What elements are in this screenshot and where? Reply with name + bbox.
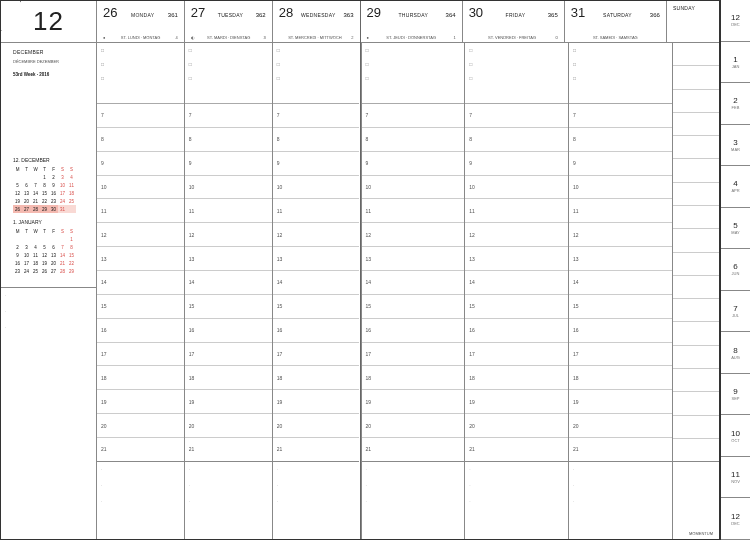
day-header-tue: 27TUESDAY362 ◐ST. MARDI · DIENSTAG3: [184, 1, 272, 42]
hour-row: 8: [185, 128, 272, 152]
hour-row: 13: [185, 247, 272, 271]
hour-grid: 789101112131415161718192021: [185, 103, 272, 461]
checkbox-marker: □: [277, 61, 356, 67]
month-tab[interactable]: 12DEC: [721, 0, 750, 42]
moon-icon: ●: [367, 35, 369, 40]
hour-row: 17: [273, 343, 360, 367]
hour-row: 14: [97, 271, 184, 295]
hour-row: 8: [362, 128, 465, 152]
day-notes: □□□: [569, 43, 672, 103]
hour-row: 17: [185, 343, 272, 367]
hour-row: 11: [362, 199, 465, 223]
hour-row: 9: [97, 152, 184, 176]
day-header-sun: SUNDAY: [666, 1, 719, 42]
month-tab[interactable]: 4APR: [721, 166, 750, 208]
day-notes: □□□: [185, 43, 272, 103]
hour-row: 14: [569, 271, 672, 295]
tab-number: 12: [731, 512, 740, 521]
month-tabs: 12DEC1JAN2FEB3MAR4APR5MAY6JUN7JUL8AUG9SE…: [720, 0, 750, 540]
day-bottom-notes: ···: [273, 461, 360, 539]
hour-row: 14: [273, 271, 360, 295]
minical-grid: MTWTFSS123456789101112131415161718192021…: [13, 227, 76, 275]
day-column: □□□789101112131415161718192021···: [272, 43, 360, 539]
hour-row: 16: [569, 319, 672, 343]
hour-row: 21: [185, 438, 272, 461]
checkbox-marker: □: [277, 47, 356, 53]
day-column: □□□789101112131415161718192021···: [464, 43, 568, 539]
hour-row: 18: [97, 366, 184, 390]
month-tab[interactable]: 3MAR: [721, 125, 750, 167]
hour-row: 16: [185, 319, 272, 343]
hour-row: 15: [362, 295, 465, 319]
month-tab[interactable]: 1JAN: [721, 42, 750, 84]
month-tab[interactable]: 7JUL: [721, 291, 750, 333]
hour-row: 7: [362, 104, 465, 128]
hour-row: 18: [362, 366, 465, 390]
tab-label: OCT: [731, 438, 739, 443]
hour-row: 16: [97, 319, 184, 343]
hour-row: 15: [185, 295, 272, 319]
hour-row: 20: [362, 414, 465, 438]
hour-row: 8: [465, 128, 568, 152]
hour-row: 8: [97, 128, 184, 152]
hour-row: 10: [362, 176, 465, 200]
hour-row: 19: [273, 390, 360, 414]
hour-row: 7: [185, 104, 272, 128]
hour-row: 9: [465, 152, 568, 176]
month-tab[interactable]: 12DEC: [721, 498, 750, 540]
checkbox-marker: □: [573, 61, 668, 67]
tab-number: 1: [733, 55, 737, 64]
tab-number: 2: [733, 96, 737, 105]
day-header-thu: 29THURSDAY364 ●ST. JEUDI · DONNERSTAG1: [361, 1, 462, 42]
month-tab[interactable]: 8AUG: [721, 332, 750, 374]
hour-grid: 789101112131415161718192021: [97, 103, 184, 461]
tab-label: MAR: [731, 147, 740, 152]
day-notes: □□□: [465, 43, 568, 103]
month-tab[interactable]: 9SEP: [721, 374, 750, 416]
hour-row: 12: [465, 223, 568, 247]
minical-jan: 1. JANUARYMTWTFSS12345678910111213141516…: [13, 219, 90, 275]
month-tab[interactable]: 10OCT: [721, 415, 750, 457]
tab-label: JAN: [732, 64, 740, 69]
hour-row: 15: [273, 295, 360, 319]
hour-row: 16: [273, 319, 360, 343]
tab-number: 5: [733, 221, 737, 230]
month-tab[interactable]: 2FEB: [721, 83, 750, 125]
month-tab[interactable]: 11NOV: [721, 457, 750, 499]
hour-row: 9: [569, 152, 672, 176]
day-notes: □□□: [273, 43, 360, 103]
month-number: 12: [33, 6, 64, 37]
hour-row: 15: [97, 295, 184, 319]
hour-row: 18: [569, 366, 672, 390]
day-bottom-notes: ···: [97, 461, 184, 539]
tab-number: 11: [731, 470, 740, 479]
hour-grid: 789101112131415161718192021: [569, 103, 672, 461]
minical-dec: 12. DECEMBERMTWTFSS123456789101112131415…: [13, 157, 90, 213]
checkbox-marker: □: [469, 47, 564, 53]
hour-row: 17: [569, 343, 672, 367]
tab-label: SEP: [731, 396, 739, 401]
hour-row: 8: [273, 128, 360, 152]
moon-icon: ◐: [191, 35, 194, 40]
hour-row: 21: [362, 438, 465, 461]
hour-row: 14: [362, 271, 465, 295]
month-sub: DÉCEMBRE DEZEMBER: [13, 59, 90, 64]
month-tab[interactable]: 5MAY: [721, 208, 750, 250]
tab-label: APR: [731, 188, 739, 193]
tab-label: JUL: [732, 313, 739, 318]
checkbox-marker: □: [277, 75, 356, 81]
hour-row: 20: [569, 414, 672, 438]
hour-row: 10: [465, 176, 568, 200]
checkbox-marker: □: [366, 61, 461, 67]
hour-row: 21: [273, 438, 360, 461]
checkbox-marker: □: [101, 75, 180, 81]
hour-row: 21: [569, 438, 672, 461]
hour-row: 21: [97, 438, 184, 461]
hour-row: 9: [185, 152, 272, 176]
hour-row: 12: [362, 223, 465, 247]
checkbox-marker: □: [189, 47, 268, 53]
hour-grid: 789101112131415161718192021: [273, 103, 360, 461]
checkbox-marker: □: [573, 75, 668, 81]
month-tab[interactable]: 6JUN: [721, 249, 750, 291]
hour-row: 15: [465, 295, 568, 319]
